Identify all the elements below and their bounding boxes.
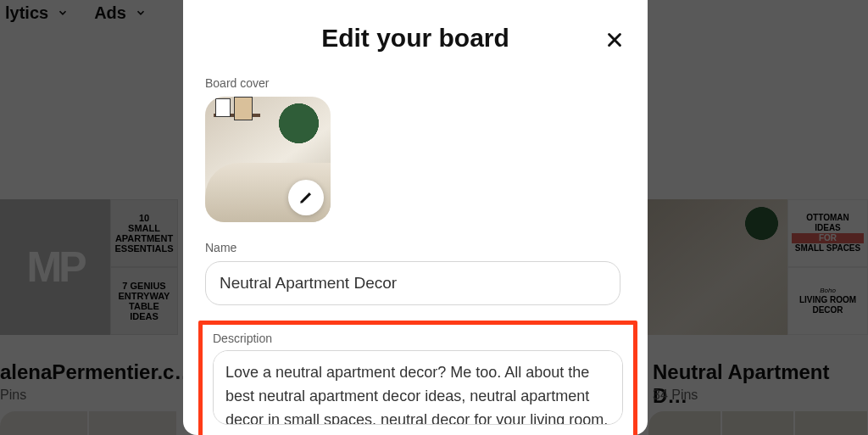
board-title-left[interactable]: alenaPermentier.c…: [0, 360, 194, 384]
thumb-text: Boho: [792, 287, 864, 295]
thumb-text: SMALL APARTMENT: [114, 223, 174, 243]
description-highlight-box: Description: [198, 321, 637, 435]
board-name-input[interactable]: [205, 261, 620, 305]
chevron-down-icon: [135, 7, 147, 19]
board-card-left[interactable]: MP 10 SMALL APARTMENT ESSENTIALS 7 GENIU…: [0, 199, 178, 343]
pencil-icon: [298, 190, 314, 205]
board-cover-thumb: [648, 199, 787, 335]
nav-analytics-label: lytics: [5, 3, 48, 23]
board-card-right[interactable]: OTTOMAN IDEAS FOR SMALL SPACES Boho LIVI…: [648, 199, 868, 343]
thumb-text: SMALL SPACES: [792, 243, 864, 254]
nav-analytics[interactable]: lytics: [5, 3, 69, 23]
chevron-down-icon: [57, 7, 69, 19]
thumb-text: 10: [139, 213, 149, 223]
board-cover-thumb: MP: [0, 199, 110, 335]
board-thumb-small: 10 SMALL APARTMENT ESSENTIALS: [110, 199, 178, 267]
thumb-text: IDEAS: [130, 311, 159, 321]
board-cover-preview[interactable]: [205, 97, 331, 222]
nav-ads-label: Ads: [94, 3, 126, 23]
cover-decoration: [234, 97, 253, 120]
board-row-right: [648, 411, 868, 435]
cover-decoration: [215, 98, 231, 117]
pin-thumb[interactable]: [648, 411, 721, 435]
thumb-text: ESSENTIALS: [114, 243, 173, 254]
thumb-text: TABLE: [129, 301, 159, 311]
close-button[interactable]: [600, 25, 629, 54]
board-thumb-small: 7 GENIUS ENTRYWAY TABLE IDEAS: [110, 267, 178, 335]
pin-thumb[interactable]: [722, 411, 794, 435]
pin-thumb[interactable]: [0, 411, 87, 435]
edit-board-modal: Edit your board Board cover Name Descrip…: [183, 0, 648, 435]
thumb-text: FOR: [792, 233, 864, 243]
pin-thumb[interactable]: [89, 411, 176, 435]
board-row-left: [0, 411, 178, 435]
nav-ads[interactable]: Ads: [94, 3, 147, 23]
thumb-text: ENTRYWAY: [119, 291, 170, 301]
thumb-text: DECOR: [792, 305, 864, 315]
modal-title: Edit your board: [321, 24, 509, 53]
board-pin-count-left: Pins: [0, 388, 26, 403]
thumb-text: IDEAS: [792, 223, 864, 233]
name-label: Name: [205, 241, 648, 254]
board-description-input[interactable]: [213, 350, 623, 425]
board-thumb-small: Boho LIVING ROOM DECOR: [787, 267, 868, 335]
thumb-text: OTTOMAN: [792, 213, 864, 223]
thumb-text: LIVING ROOM: [792, 295, 864, 305]
modal-header: Edit your board: [183, 0, 648, 76]
close-icon: [605, 31, 624, 49]
name-field-block: Name: [183, 241, 648, 305]
board-pin-count-right: 34 Pins: [653, 388, 698, 403]
board-thumb-small: OTTOMAN IDEAS FOR SMALL SPACES: [787, 199, 868, 267]
description-label: Description: [213, 332, 633, 345]
board-cover-label: Board cover: [205, 76, 648, 90]
pin-thumb[interactable]: [795, 411, 867, 435]
thumb-text: 7 GENIUS: [122, 281, 165, 291]
edit-cover-button[interactable]: [288, 180, 324, 215]
